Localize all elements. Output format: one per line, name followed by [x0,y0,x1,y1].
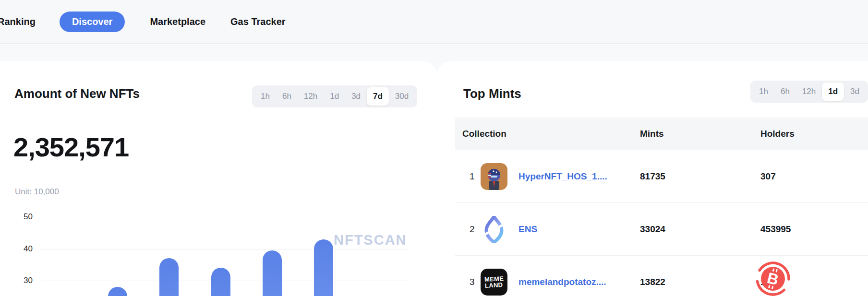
bar [314,239,333,296]
ens-avatar-icon [481,216,507,243]
top-mints-range-selector: 1h6h12h1d3d [750,81,868,103]
y-axis-label: 30 [9,276,33,285]
range-option-12h[interactable]: 12h [298,87,324,106]
memeland-avatar-icon: MEMELAND [481,269,507,296]
collection-link[interactable]: memelandpotatoz.... [518,277,606,287]
hero-band [0,44,868,61]
rank-label: 3 [470,277,475,287]
column-header-holders: Holders [760,129,795,139]
bar [263,250,282,296]
new-nfts-range-selector: 1h6h12h1d3d7d30d [252,85,417,107]
mints-value: 13822 [640,277,665,287]
top-navbar: RankingDiscoverMarketplaceGas Tracker [0,0,868,44]
range-option-12h[interactable]: 12h [796,83,822,101]
range-option-1h[interactable]: 1h [753,83,774,101]
nav-item-gas-tracker[interactable]: Gas Tracker [230,16,286,27]
holders-value: 453995 [760,224,791,235]
mints-table-header: CollectionMintsHolders [455,118,868,150]
table-row[interactable]: 3MEMELANDmemelandpotatoz....13822148 [455,256,868,296]
bitcoin-badge-icon: B [755,260,791,296]
collection-link[interactable]: ENS [518,224,537,235]
nav-item-ranking[interactable]: Ranking [0,16,36,27]
bar [159,258,179,296]
unit-label: Unit: 10,000 [15,187,59,197]
bar [108,287,127,296]
mints-table-rows: 1 HyperNFT_HOS_1....817353072 ENS3302445… [455,150,868,296]
column-header-collection: Collection [462,129,506,139]
top-mints-title: Top Mints [463,86,521,101]
mints-value: 33024 [640,224,665,235]
range-option-1d[interactable]: 1d [324,87,345,106]
range-option-30d[interactable]: 30d [389,87,415,106]
range-option-6h[interactable]: 6h [774,83,796,101]
new-nfts-title: Amount of New NFTs [14,86,140,101]
rank-label: 2 [470,224,475,235]
range-option-6h[interactable]: 6h [276,87,298,106]
gridline [41,249,409,249]
nav-item-discover[interactable]: Discover [60,12,125,32]
new-nfts-chart: NFTSCAN 504030 [0,206,437,296]
bar [211,268,230,296]
range-option-7d[interactable]: 7d [367,87,389,106]
rank-label: 1 [470,171,475,182]
range-option-1d[interactable]: 1d [822,83,844,101]
gridline [41,217,409,217]
column-header-mints: Mints [640,129,664,139]
top-mints-panel: Top Mints 1h6h12h1d3d CollectionMintsHol… [437,61,868,296]
collection-link[interactable]: HyperNFT_HOS_1.... [518,171,607,182]
holders-value: 307 [760,171,776,182]
hypernft-avatar-icon [481,163,507,190]
table-row[interactable]: 2 ENS33024453995 [455,203,868,256]
y-axis-label: 40 [9,244,33,254]
content-area: Amount of New NFTs 1h6h12h1d3d7d30d 2,35… [0,61,868,296]
nav-item-marketplace[interactable]: Marketplace [150,16,205,27]
range-option-1h[interactable]: 1h [254,87,276,106]
y-axis-label: 50 [9,212,33,222]
range-option-3d[interactable]: 3d [844,83,866,101]
range-option-3d[interactable]: 3d [345,87,367,106]
new-nfts-total: 2,352,571 [13,131,129,163]
table-row[interactable]: 1 HyperNFT_HOS_1....81735307 [455,150,868,203]
nftscan-watermark: NFTSCAN [334,232,407,248]
mints-value: 81735 [640,171,665,182]
new-nfts-panel: Amount of New NFTs 1h6h12h1d3d7d30d 2,35… [0,61,437,296]
